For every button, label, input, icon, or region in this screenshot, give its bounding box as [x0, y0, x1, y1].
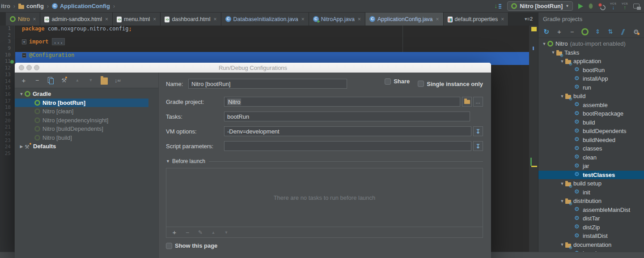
config-node-Nitro [dependencyInsight][interactable]: Nitro [dependencyInsight] [15, 116, 158, 125]
tasks-field[interactable]: bootRun [224, 112, 470, 121]
breadcrumb-item-ApplicationConfig[interactable]: ApplicationConfig [52, 3, 110, 9]
edit-defaults-icon[interactable] [60, 77, 68, 84]
gradle-node-init[interactable]: init [538, 188, 644, 197]
chevron-right-icon[interactable]: ▶ [18, 144, 25, 149]
config-node-Nitro [buildDependents][interactable]: Nitro [buildDependents] [15, 125, 158, 133]
update-project-icon[interactable] [494, 3, 502, 10]
gradle-node-assembleMainDist[interactable]: assembleMainDist [538, 206, 644, 215]
config-node-Nitro [build][interactable]: Nitro [build] [15, 133, 158, 142]
run-configuration-select[interactable]: Nitro [bootRun] ▼ [507, 1, 573, 11]
gradle-node-installApp[interactable]: installApp [538, 74, 644, 83]
browse-project-button[interactable] [462, 97, 472, 107]
vcs-commit-button[interactable]: VCS ↑ [622, 2, 628, 10]
gradle-node-installDist[interactable]: installDist [538, 232, 644, 241]
before-launch-list[interactable]: There are no tasks to run before launch [166, 168, 483, 238]
tab-ApplicationConfig.java[interactable]: ApplicationConfig.java× [365, 13, 444, 26]
tab-Nitro[interactable]: Nitro× [6, 13, 40, 26]
gradle-node-testClasses[interactable]: testClasses [538, 171, 644, 180]
tab-NitroApp.java[interactable]: NitroApp.java× [309, 13, 365, 26]
toggle-offline-icon[interactable] [620, 28, 627, 35]
config-node-Nitro [bootRun][interactable]: Nitro [bootRun] [15, 99, 148, 108]
tab-overflow-button[interactable]: ▾≡2 [525, 16, 533, 22]
close-icon[interactable]: × [501, 16, 504, 22]
gradle-node-Nitro[interactable]: ▼Nitro(auto-import enabled) [538, 39, 644, 48]
gradle-node-buildDependents[interactable]: buildDependents [538, 127, 644, 136]
gradle-project-field[interactable]: Nitro [224, 97, 460, 107]
add-configuration-icon[interactable] [20, 77, 27, 84]
chevron-down-icon[interactable]: ▼ [559, 199, 565, 203]
close-button[interactable] [19, 65, 24, 70]
gradle-node-build[interactable]: build [538, 118, 644, 127]
close-icon[interactable]: × [436, 16, 439, 22]
gradle-node-jar[interactable]: jar [538, 162, 644, 171]
show-this-page-checkbox[interactable] [166, 243, 172, 249]
gradle-node-clean[interactable]: clean [538, 153, 644, 162]
gradle-node-run[interactable]: run [538, 83, 644, 92]
move-up-icon[interactable] [74, 77, 81, 84]
minimize-button[interactable] [26, 65, 32, 70]
close-icon[interactable]: × [153, 16, 156, 22]
chevron-down-icon[interactable]: ▼ [559, 94, 565, 99]
vcs-update-button[interactable]: VCS ↓ [610, 2, 616, 10]
close-icon[interactable]: × [33, 16, 36, 22]
refresh-icon[interactable] [543, 28, 550, 35]
config-node-Nitro [clean][interactable]: Nitro [clean] [15, 107, 158, 116]
close-icon[interactable]: × [301, 16, 305, 22]
run-button[interactable] [578, 4, 583, 9]
recent-windows-icon[interactable] [633, 4, 640, 9]
close-icon[interactable]: × [214, 16, 217, 22]
gradle-node-bootRepackage[interactable]: bootRepackage [538, 109, 644, 118]
breadcrumb-item-itro[interactable]: itro [1, 3, 10, 9]
vm-options-field[interactable]: -Denv=development [224, 126, 471, 136]
stripe-warning-mark[interactable] [531, 166, 537, 167]
gradle-node-documentation[interactable]: ▼documentation [538, 241, 644, 249]
collapse-all-icon[interactable] [607, 28, 614, 35]
config-node-Gradle[interactable]: ▼Gradle [15, 90, 158, 99]
tab-DatabaseInitialization.java[interactable]: DatabaseInitialization.java× [221, 13, 309, 26]
stripe-info-mark[interactable] [533, 47, 534, 50]
gradle-node-build[interactable]: ▼build [538, 92, 644, 101]
breadcrumb-item-config[interactable]: config [18, 3, 44, 9]
gradle-icon[interactable] [581, 28, 589, 35]
zoom-button[interactable] [34, 65, 39, 70]
gradle-node-classes[interactable]: classes [538, 144, 644, 153]
tab-admin-sandbox.html[interactable]: admin-sandbox.html× [40, 13, 113, 26]
gradle-node-distribution[interactable]: ▼distribution [538, 197, 644, 206]
gradle-node-buildNeeded[interactable]: buildNeeded [538, 136, 644, 145]
fold-toggle-icon[interactable]: + [22, 39, 26, 44]
gradle-node-assemble[interactable]: assemble [538, 101, 644, 110]
edit-task-icon[interactable] [197, 229, 204, 236]
attach-project-icon[interactable] [556, 28, 563, 35]
move-down-icon[interactable] [223, 229, 230, 236]
more-options-button[interactable]: … [473, 97, 483, 107]
attach-debugger-button[interactable] [598, 3, 605, 9]
tab-menu.html[interactable]: menu.html× [113, 13, 161, 26]
single-instance-checkbox[interactable] [418, 81, 424, 87]
remove-configuration-icon[interactable] [34, 77, 41, 84]
expand-field-button[interactable]: ↧ [473, 126, 483, 136]
chevron-down-icon[interactable]: ▼ [559, 181, 565, 186]
chevron-down-icon[interactable]: ▼ [541, 42, 547, 46]
gradle-node-build setup[interactable]: ▼build setup [538, 179, 644, 188]
expand-field-button[interactable]: ↧ [473, 141, 483, 151]
gradle-node-distTar[interactable]: distTar [538, 214, 644, 223]
config-node-Defaults[interactable]: ▶Defaults [15, 142, 158, 151]
chevron-down-icon[interactable]: ▼ [559, 242, 565, 247]
name-field[interactable]: Nitro [bootRun] [188, 79, 347, 89]
add-task-icon[interactable] [171, 229, 178, 236]
stripe-caret-mark[interactable] [530, 158, 532, 166]
stripe-warning-mark[interactable] [531, 27, 537, 31]
share-checkbox[interactable] [385, 78, 391, 85]
expand-all-icon[interactable] [594, 28, 602, 35]
chevron-down-icon[interactable]: ▼ [559, 59, 565, 64]
chevron-down-icon[interactable]: ▼ [550, 50, 556, 55]
sort-alphabetically-icon[interactable] [114, 77, 121, 84]
chevron-down-icon[interactable]: ▼ [18, 92, 25, 96]
folder-icon[interactable] [101, 77, 108, 85]
gradle-node-distZip[interactable]: distZip [538, 223, 644, 232]
close-icon[interactable]: × [105, 16, 108, 22]
gradle-node-application[interactable]: ▼application [538, 57, 644, 66]
tab-default.properties[interactable]: default.properties× [444, 13, 509, 26]
gear-icon[interactable] [632, 28, 640, 35]
fold-toggle-icon[interactable]: − [22, 53, 26, 58]
